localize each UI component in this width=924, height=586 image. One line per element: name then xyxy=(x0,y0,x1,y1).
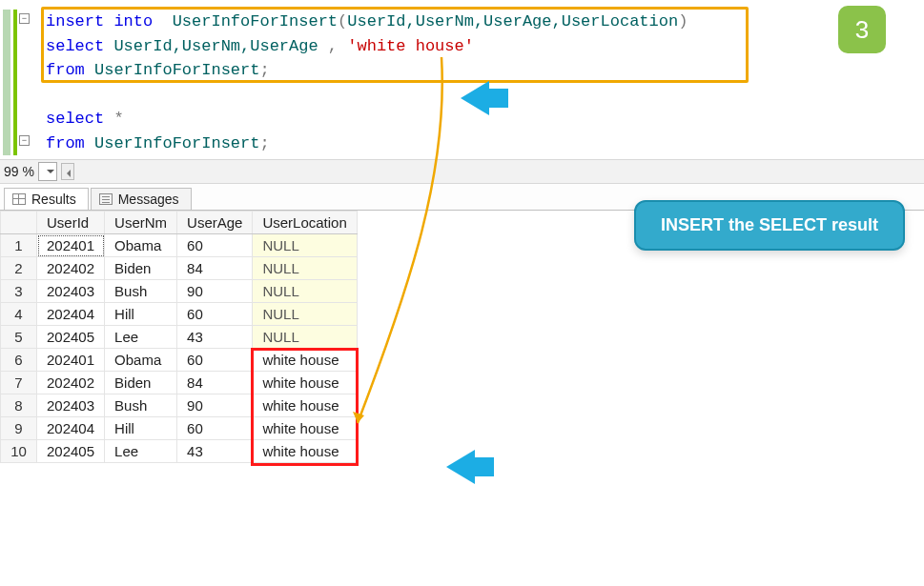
cell[interactable]: white house xyxy=(253,372,357,394)
keyword: select xyxy=(46,110,104,128)
row-number: 9 xyxy=(1,417,37,440)
keyword: from xyxy=(46,134,85,152)
cell[interactable]: Hill xyxy=(105,417,177,440)
cell[interactable]: NULL xyxy=(253,280,357,303)
cell[interactable]: 202404 xyxy=(37,417,105,440)
cell[interactable]: Lee xyxy=(105,326,177,349)
row-number: 7 xyxy=(1,372,37,394)
row-number: 10 xyxy=(1,440,37,463)
cell[interactable]: Bush xyxy=(105,394,177,417)
tab-messages[interactable]: Messages xyxy=(91,188,192,210)
annotation-callout: INSERT the SELECT result xyxy=(634,200,905,251)
cell[interactable]: 90 xyxy=(177,394,253,417)
row-number: 6 xyxy=(1,349,37,372)
cell[interactable]: Obama xyxy=(105,349,177,372)
cell[interactable]: 60 xyxy=(177,234,253,257)
col-header[interactable]: UserAge xyxy=(177,212,253,234)
cell[interactable]: white house xyxy=(253,349,357,372)
table-row[interactable]: 10202405Lee43white house xyxy=(1,440,358,463)
tab-results[interactable]: Results xyxy=(4,188,89,210)
cell[interactable]: 202404 xyxy=(37,303,105,326)
cell[interactable]: Bush xyxy=(105,280,177,303)
cell[interactable]: Obama xyxy=(105,234,177,257)
table-row[interactable]: 1202401Obama60NULL xyxy=(1,234,358,257)
cell[interactable]: white house xyxy=(253,440,357,463)
cell[interactable]: NULL xyxy=(253,257,357,280)
cell[interactable]: 202405 xyxy=(37,326,105,349)
keyword: insert xyxy=(46,12,104,30)
row-number: 8 xyxy=(1,394,37,417)
cell[interactable]: 202403 xyxy=(37,280,105,303)
row-number: 5 xyxy=(1,326,37,349)
keyword: into xyxy=(113,12,153,30)
table-row[interactable]: 8202403Bush90white house xyxy=(1,394,358,417)
col-header[interactable]: UserId xyxy=(37,212,105,234)
zoom-bar: 99 % xyxy=(0,159,924,184)
col-header[interactable]: UserLocation xyxy=(253,212,357,234)
punct: ; xyxy=(259,61,269,79)
identifier: UserInfoForInsert xyxy=(94,61,259,79)
cell[interactable]: 60 xyxy=(177,349,253,372)
cell[interactable]: 90 xyxy=(177,280,253,303)
punct: ; xyxy=(259,134,269,152)
row-number: 3 xyxy=(1,280,37,303)
cell[interactable]: 202402 xyxy=(37,372,105,394)
cell[interactable]: 202402 xyxy=(37,257,105,280)
cell[interactable]: NULL xyxy=(253,303,357,326)
cell[interactable]: 84 xyxy=(177,257,253,280)
cell[interactable]: 202401 xyxy=(37,349,105,372)
row-number: 4 xyxy=(1,303,37,326)
step-number: 3 xyxy=(855,15,869,45)
messages-icon xyxy=(99,193,113,205)
fold-toggle-icon[interactable]: − xyxy=(19,13,30,24)
column-list: UserId,UserNm,UserAge xyxy=(113,37,318,55)
identifier: UserInfoForInsert xyxy=(173,12,338,30)
results-grid[interactable]: UserId UserNm UserAge UserLocation 12024… xyxy=(0,211,358,463)
cell[interactable]: 60 xyxy=(177,417,253,440)
annotation-arrow-icon xyxy=(443,81,489,115)
cell[interactable]: white house xyxy=(253,394,357,417)
cell[interactable]: 202403 xyxy=(37,394,105,417)
editor-change-gutter xyxy=(3,10,10,155)
cell[interactable]: NULL xyxy=(253,326,357,349)
cell[interactable]: white house xyxy=(253,417,357,440)
punct: ( xyxy=(338,12,347,30)
table-row[interactable]: 3202403Bush90NULL xyxy=(1,280,358,303)
tab-label: Messages xyxy=(118,192,179,207)
annotation-arrow-icon xyxy=(429,450,475,484)
cell[interactable]: 43 xyxy=(177,326,253,349)
table-row[interactable]: 5202405Lee43NULL xyxy=(1,326,358,349)
cell[interactable]: Hill xyxy=(105,303,177,326)
hscroll-left[interactable] xyxy=(61,163,74,180)
table-row[interactable]: 7202402Biden84white house xyxy=(1,372,358,394)
sql-editor[interactable]: − − insert into UserInfoForInsert(UserId… xyxy=(0,0,924,159)
cell[interactable]: NULL xyxy=(253,234,357,257)
table-row[interactable]: 6202401Obama60white house xyxy=(1,349,358,372)
string-literal: 'white house' xyxy=(347,37,474,55)
cell[interactable]: 84 xyxy=(177,372,253,394)
identifier: UserInfoForInsert xyxy=(94,134,259,152)
keyword: select xyxy=(46,37,104,55)
cell[interactable]: 202405 xyxy=(37,440,105,463)
editor-gutter xyxy=(13,10,17,155)
cell[interactable]: 43 xyxy=(177,440,253,463)
cell[interactable]: Lee xyxy=(105,440,177,463)
tab-label: Results xyxy=(31,192,76,207)
cell[interactable]: 60 xyxy=(177,303,253,326)
zoom-value: 99 % xyxy=(4,164,34,179)
cell[interactable]: Biden xyxy=(105,372,177,394)
table-row[interactable]: 4202404Hill60NULL xyxy=(1,303,358,326)
grid-icon xyxy=(12,193,26,205)
column-list: UserId,UserNm,UserAge,UserLocation xyxy=(347,12,678,30)
cell[interactable]: 202401 xyxy=(37,234,105,257)
fold-toggle-icon[interactable]: − xyxy=(19,135,30,146)
cell[interactable]: Biden xyxy=(105,257,177,280)
callout-text: INSERT the SELECT result xyxy=(661,215,878,234)
table-row[interactable]: 9202404Hill60white house xyxy=(1,417,358,440)
zoom-combo[interactable] xyxy=(38,162,57,181)
table-row[interactable]: 2202402Biden84NULL xyxy=(1,257,358,280)
col-header[interactable]: UserNm xyxy=(105,212,177,234)
keyword: from xyxy=(46,61,85,79)
header-row: UserId UserNm UserAge UserLocation xyxy=(1,212,358,234)
row-header-blank xyxy=(1,212,37,234)
